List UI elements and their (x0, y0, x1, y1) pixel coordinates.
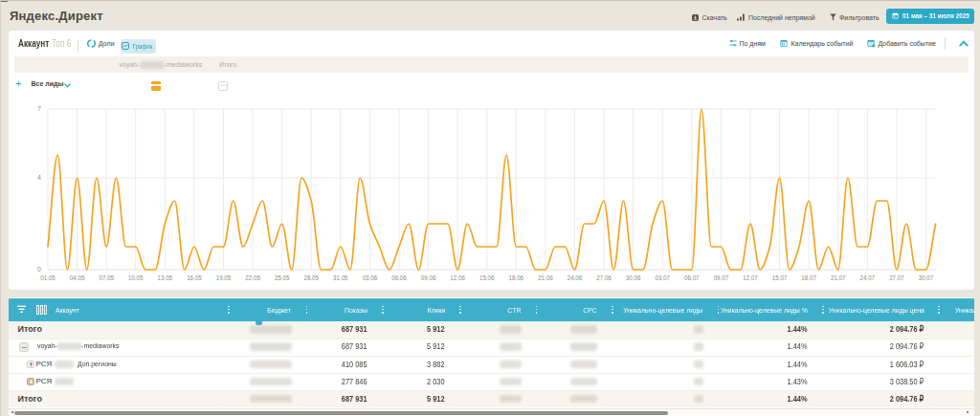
scroll-right-arrow[interactable] (967, 411, 969, 413)
col-menu-icon[interactable] (382, 306, 384, 316)
collapse-toggle[interactable] (19, 342, 29, 352)
col-menu-icon[interactable] (938, 306, 940, 316)
download-button[interactable]: Скачать (692, 11, 727, 23)
row-label: Итого (18, 324, 42, 334)
legend-swatch-total[interactable] (218, 81, 228, 91)
col-menu-icon[interactable] (536, 306, 538, 316)
col-header-shows[interactable]: Показы (343, 306, 368, 315)
col-menu-icon[interactable] (306, 306, 308, 316)
col-menu-icon[interactable] (822, 306, 824, 316)
line-chart[interactable]: 04701.0504.0507.0510.0513.0516.0519.0522… (9, 97, 974, 290)
graph-label: График (133, 43, 153, 50)
metric-chevron-icon[interactable] (64, 83, 71, 88)
col-menu-icon[interactable] (612, 306, 613, 316)
redacted-value (500, 395, 522, 404)
col-menu-icon[interactable] (718, 306, 720, 316)
expand-toggle[interactable] (27, 361, 34, 368)
col-header-cpc[interactable]: CPC (582, 306, 597, 315)
filter-label: Фильтровать (839, 14, 880, 21)
attribution-button[interactable]: Последний непрямой (737, 11, 815, 23)
table-row[interactable] (9, 356, 974, 373)
columns-icon[interactable] (36, 305, 47, 315)
legend-row: + Все лиды (9, 73, 974, 97)
row-label: РСЯ (36, 377, 53, 385)
table-header: АккаунтБюджетПоказыКликиCTRCPCУникально-… (9, 298, 974, 321)
x-axis-label: 19.05 (216, 274, 232, 281)
series-tab-voyah[interactable]: voyah--mediaworks (120, 61, 203, 70)
table-row[interactable] (9, 339, 974, 356)
x-axis-label: 15.06 (479, 274, 495, 281)
col-header-leads_cost[interactable]: Уникально-целевые лиды цена (820, 306, 924, 315)
legend-swatch-voyah[interactable] (151, 81, 161, 91)
x-axis-label: 15.07 (772, 274, 788, 281)
cell-shows: 410 085 (336, 360, 368, 369)
table-row[interactable] (9, 373, 974, 390)
col-header-budget[interactable]: Бюджет (265, 306, 291, 315)
col-menu-icon[interactable] (228, 306, 230, 316)
table-row[interactable] (9, 390, 974, 407)
redacted-value (694, 378, 703, 386)
redacted-value (250, 342, 292, 351)
x-axis-label: 12.06 (450, 274, 465, 281)
download-label: Скачать (702, 14, 727, 21)
filter-rows-icon[interactable] (17, 305, 27, 314)
col-menu-icon[interactable] (459, 306, 461, 316)
redacted-value (250, 325, 292, 334)
metric-selector[interactable]: Все лиды (32, 80, 64, 87)
cell-clicks: 5 912 (423, 341, 445, 351)
events-calendar-button[interactable]: Календарь событий (780, 39, 853, 47)
cell-leads_pct: 1.44% (783, 324, 808, 334)
expand-toggle[interactable] (27, 378, 34, 385)
y-axis-label: 4 (37, 174, 41, 181)
x-axis-label: 06.06 (391, 274, 407, 281)
cell-leads_pct: 1.44% (783, 394, 808, 404)
col-header-extra[interactable]: Уникал (955, 306, 974, 315)
cell-shows: 277 846 (336, 377, 368, 386)
x-axis-label: 27.06 (596, 274, 612, 281)
col-header-leads[interactable]: Уникально-целевые лиды (616, 306, 702, 315)
entity-hint: Топ 6 (52, 38, 76, 49)
date-range-label: 01 мая – 31 июля 2025 (902, 11, 969, 20)
scroll-left-arrow[interactable] (11, 411, 13, 413)
add-metric-button[interactable]: + (15, 78, 26, 89)
redacted-text (55, 378, 74, 385)
entity-selector[interactable]: Аккаунт (18, 38, 56, 49)
x-axis-label: 07.05 (99, 274, 114, 281)
add-event-button[interactable]: Добавить событие (867, 39, 936, 48)
cell-clicks: 5 912 (423, 394, 445, 404)
redacted-value (570, 395, 597, 404)
row-label: Итого (18, 394, 42, 404)
x-axis-label: 21.07 (831, 274, 846, 281)
x-axis-label: 09.07 (714, 274, 729, 281)
scrollbar-thumb[interactable] (14, 411, 668, 415)
redacted-value (694, 395, 703, 404)
x-axis-label: 04.05 (70, 274, 85, 281)
cell-leads_cost: 3 038.50 ₽ (882, 377, 924, 386)
redacted-text (55, 361, 74, 368)
horizontal-scrollbar[interactable] (9, 408, 974, 416)
x-axis-label: 03.06 (363, 274, 378, 281)
graph-button[interactable]: График (121, 39, 156, 54)
shares-icon (87, 39, 96, 48)
cell-leads_pct: 1.43% (783, 377, 808, 386)
cell-shows: 687 931 (336, 394, 368, 404)
table-row[interactable] (9, 321, 974, 339)
cell-shows: 687 931 (336, 341, 368, 351)
x-axis-label: 18.06 (509, 274, 524, 281)
redacted-value (500, 361, 522, 369)
by-days-button[interactable]: По дням (729, 39, 766, 47)
filter-button[interactable]: Фильтровать (830, 11, 880, 23)
shares-button[interactable]: Доли (87, 39, 115, 48)
col-header-leads_pct[interactable]: Уникально-целевые лиды % (713, 306, 808, 315)
col-header-clicks[interactable]: Клики (426, 306, 445, 315)
table-card: АккаунтБюджетПоказыКликиCTRCPCУникально-… (9, 297, 974, 416)
col-header-account[interactable]: Аккаунт (56, 306, 81, 315)
col-header-ctr[interactable]: CTR (506, 306, 521, 315)
date-range-button[interactable]: 01 мая – 31 июля 2025 (886, 9, 974, 24)
collapse-chevron-icon[interactable] (959, 40, 969, 47)
redacted-value (694, 361, 703, 369)
toolbar-divider-2 (945, 37, 946, 50)
add-event-label: Добавить событие (879, 40, 936, 47)
row-sublabel: Доп.регионы (78, 360, 122, 368)
series-tab-total[interactable]: Итого (219, 61, 236, 68)
